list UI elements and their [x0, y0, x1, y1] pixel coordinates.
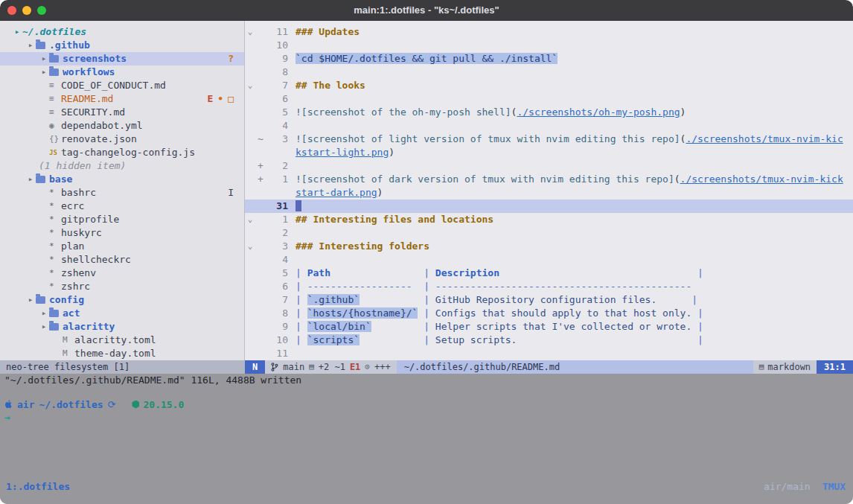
- tree-item-dotfiles[interactable]: ▸~/.dotfiles: [0, 25, 244, 39]
- editor-line[interactable]: kstart-light.png): [245, 146, 853, 159]
- fold-marker[interactable]: [245, 200, 255, 213]
- tree-item-security-md[interactable]: ≡SECURITY.md: [0, 106, 244, 119]
- tree-item-alacritty[interactable]: ▸alacritty: [0, 320, 244, 334]
- fold-marker[interactable]: [245, 347, 255, 360]
- editor-line[interactable]: 4: [245, 119, 853, 133]
- editor-line[interactable]: ⌄7## The looks: [245, 79, 853, 92]
- tree-item-label: theme-day.toml: [74, 347, 156, 360]
- chevron-icon[interactable]: ▸: [25, 39, 36, 52]
- editor-pane[interactable]: ⌄11### Updates109`cd $HOME/.dotfiles && …: [245, 21, 853, 360]
- fold-marker[interactable]: [245, 186, 255, 200]
- tree-item-plan[interactable]: *plan: [0, 240, 244, 253]
- editor-line[interactable]: +1![screenshot of dark version of tmux w…: [245, 173, 853, 186]
- editor-line[interactable]: start-dark.png): [245, 186, 853, 200]
- tree-item-code-of-conduct-md[interactable]: ≡CODE_OF_CONDUCT.md: [0, 79, 244, 92]
- chevron-icon[interactable]: ▸: [39, 66, 49, 79]
- tree-item-ecrc[interactable]: *ecrc: [0, 200, 244, 213]
- editor-line[interactable]: 5![screenshot of the oh-my-posh shell](.…: [245, 106, 853, 119]
- fold-marker[interactable]: [245, 334, 255, 347]
- tree-item-config[interactable]: ▸config: [0, 293, 244, 307]
- editor-line[interactable]: ~3![screenshot of light version of tmux …: [245, 133, 853, 146]
- fold-marker[interactable]: [245, 159, 255, 173]
- fold-marker[interactable]: [245, 66, 255, 79]
- fold-marker[interactable]: [245, 106, 255, 119]
- fold-marker[interactable]: [245, 39, 255, 52]
- line-text: [288, 159, 853, 173]
- md-file-icon: ≡: [49, 106, 61, 119]
- fold-marker[interactable]: [245, 226, 255, 240]
- git-sign: [255, 213, 266, 226]
- fold-marker[interactable]: [245, 146, 255, 159]
- editor-line[interactable]: ⌄11### Updates: [245, 25, 853, 39]
- fold-marker[interactable]: [245, 320, 255, 334]
- tree-item-gitprofile[interactable]: *gitprofile: [0, 213, 244, 226]
- tree-item-tag-changelog-config-js[interactable]: JStag-changelog-config.js: [0, 146, 244, 159]
- tree-item-act[interactable]: ▸act: [0, 307, 244, 320]
- editor-line[interactable]: 9`cd $HOME/.dotfiles && git pull && ./in…: [245, 52, 853, 66]
- tree-item-bashrc[interactable]: *bashrcI: [0, 186, 244, 200]
- fold-marker[interactable]: [245, 133, 255, 146]
- editor-line[interactable]: ⌄1## Interesting files and locations: [245, 213, 853, 226]
- tree-item-label: (1 hidden item): [39, 159, 126, 173]
- tree-item-dependabot-yml[interactable]: ◉dependabot.yml: [0, 119, 244, 133]
- editor-line[interactable]: 6| ------------------ | ----------------…: [245, 280, 853, 293]
- chevron-icon[interactable]: ▸: [39, 52, 49, 66]
- chevron-icon[interactable]: ▸: [12, 25, 22, 39]
- editor-line[interactable]: 10: [245, 39, 853, 52]
- tree-item-1-hidden-item[interactable]: (1 hidden item): [0, 159, 244, 173]
- prompt-arrow[interactable]: →: [4, 411, 853, 424]
- line-number: [266, 146, 288, 159]
- fold-marker[interactable]: [245, 267, 255, 280]
- fold-marker[interactable]: ⌄: [245, 79, 255, 92]
- git-sign: [255, 226, 266, 240]
- tree-item-label: ~/.dotfiles: [22, 25, 86, 39]
- editor-line[interactable]: 11: [245, 347, 853, 360]
- editor-line[interactable]: +2: [245, 159, 853, 173]
- tree-item-workflows[interactable]: ▸workflows: [0, 66, 244, 79]
- fold-marker[interactable]: [245, 173, 255, 186]
- editor-line[interactable]: 8: [245, 66, 853, 79]
- chevron-icon[interactable]: ▸: [39, 307, 49, 320]
- prompt-path: ~/.dotfiles: [39, 399, 103, 410]
- fold-marker[interactable]: [245, 253, 255, 267]
- editor-line[interactable]: 2: [245, 226, 853, 240]
- tree-item-base[interactable]: ▸base: [0, 173, 244, 186]
- editor-line[interactable]: 10| `scripts` | Setup scripts. |: [245, 334, 853, 347]
- terminal-window: main:1:.dotfiles - "ks~/.dotfiles" ▸~/.d…: [0, 0, 853, 504]
- chevron-icon[interactable]: ▸: [25, 293, 36, 307]
- tree-item-huskyrc[interactable]: *huskyrc: [0, 226, 244, 240]
- editor-line[interactable]: 31: [245, 200, 853, 213]
- tree-item-renovate-json[interactable]: {}renovate.json: [0, 133, 244, 146]
- fold-marker[interactable]: ⌄: [245, 25, 255, 39]
- tree-item-github[interactable]: ▸.github: [0, 39, 244, 52]
- editor-line[interactable]: 4: [245, 253, 853, 267]
- tree-item-zshrc[interactable]: *zshrc: [0, 280, 244, 293]
- tree-item-alacritty-toml[interactable]: Malacritty.toml: [0, 334, 244, 347]
- tree-item-shellcheckrc[interactable]: *shellcheckrc: [0, 253, 244, 267]
- line-text: | `local/bin` | Helper scripts that I've…: [288, 320, 853, 334]
- tmux-window-tab[interactable]: 1:.dotfiles: [6, 480, 70, 494]
- editor-line[interactable]: 8| `hosts/{hostname}/` | Configs that sh…: [245, 307, 853, 320]
- editor-line[interactable]: 7| `.github` | GitHub Repository configu…: [245, 293, 853, 307]
- line-text: | `hosts/{hostname}/` | Configs that sho…: [288, 307, 853, 320]
- chevron-icon[interactable]: ▸: [39, 320, 49, 334]
- fold-marker[interactable]: ⌄: [245, 213, 255, 226]
- editor-line[interactable]: 6: [245, 92, 853, 106]
- fold-marker[interactable]: ⌄: [245, 240, 255, 253]
- tree-item-label: act: [63, 307, 80, 320]
- fold-marker[interactable]: [245, 92, 255, 106]
- editor-line[interactable]: ⌄3### Interesting folders: [245, 240, 853, 253]
- editor-line[interactable]: 9| `local/bin` | Helper scripts that I'v…: [245, 320, 853, 334]
- tree-item-zshenv[interactable]: *zshenv: [0, 267, 244, 280]
- line-number: 8: [266, 66, 288, 79]
- tree-item-theme-day-toml[interactable]: Mtheme-day.toml: [0, 347, 244, 360]
- fold-marker[interactable]: [245, 119, 255, 133]
- fold-marker[interactable]: [245, 293, 255, 307]
- tree-item-readme-md[interactable]: ≡README.mdE•□: [0, 92, 244, 106]
- editor-line[interactable]: 5| Path | Description |: [245, 267, 853, 280]
- chevron-icon[interactable]: ▸: [25, 173, 36, 186]
- tree-item-screenshots[interactable]: ▸screenshots?: [0, 52, 244, 66]
- fold-marker[interactable]: [245, 52, 255, 66]
- fold-marker[interactable]: [245, 280, 255, 293]
- fold-marker[interactable]: [245, 307, 255, 320]
